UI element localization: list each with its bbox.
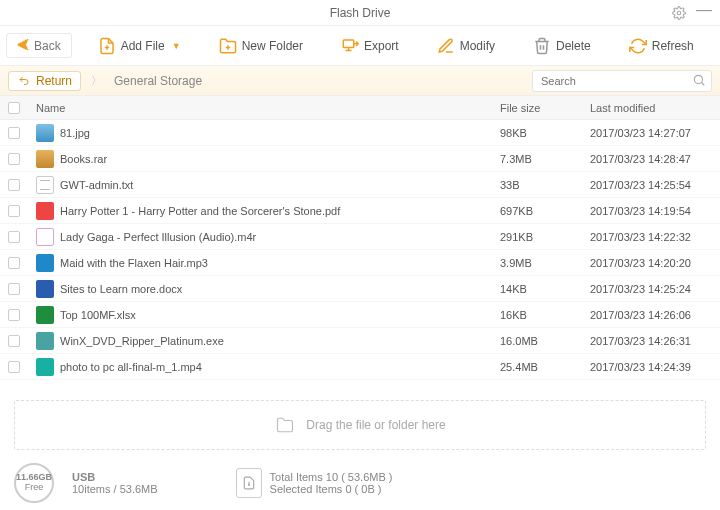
add-file-label: Add File xyxy=(121,39,165,53)
file-name: Lady Gaga - Perfect Illusion (Audio).m4r xyxy=(60,231,256,243)
file-name-cell[interactable]: Lady Gaga - Perfect Illusion (Audio).m4r xyxy=(28,228,500,246)
modify-label: Modify xyxy=(460,39,495,53)
checkbox-icon[interactable] xyxy=(8,283,20,295)
file-name: Maid with the Flaxen Hair.mp3 xyxy=(60,257,208,269)
file-name-cell[interactable]: photo to pc all-final-m_1.mp4 xyxy=(28,358,500,376)
search-icon[interactable] xyxy=(692,73,706,87)
add-file-icon xyxy=(98,37,116,55)
file-size: 25.4MB xyxy=(500,361,590,373)
file-name-cell[interactable]: 81.jpg xyxy=(28,124,500,142)
row-checkbox[interactable] xyxy=(0,361,28,373)
select-all-col[interactable] xyxy=(0,102,28,114)
file-type-icon xyxy=(36,150,54,168)
svg-rect-1 xyxy=(343,40,354,48)
refresh-button[interactable]: Refresh xyxy=(621,33,702,59)
file-type-icon xyxy=(36,254,54,272)
back-button[interactable]: ⮜ Back xyxy=(6,33,72,58)
return-button[interactable]: Return xyxy=(8,71,81,91)
table-row[interactable]: WinX_DVD_Ripper_Platinum.exe16.0MB2017/0… xyxy=(0,328,720,354)
table-row[interactable]: 81.jpg98KB2017/03/23 14:27:07 xyxy=(0,120,720,146)
file-name-cell[interactable]: Top 100MF.xlsx xyxy=(28,306,500,324)
row-checkbox[interactable] xyxy=(0,179,28,191)
file-type-icon xyxy=(36,306,54,324)
items-info: Total Items 10 ( 53.6MB ) Selected Items… xyxy=(236,468,393,498)
table-row[interactable]: photo to pc all-final-m_1.mp425.4MB2017/… xyxy=(0,354,720,380)
file-type-icon xyxy=(36,202,54,220)
file-name: Sites to Learn more.docx xyxy=(60,283,182,295)
search-box xyxy=(532,70,712,92)
modify-icon xyxy=(437,37,455,55)
col-name-header[interactable]: Name xyxy=(28,102,500,114)
drop-zone[interactable]: Drag the file or folder here xyxy=(14,400,706,450)
file-name-cell[interactable]: Sites to Learn more.docx xyxy=(28,280,500,298)
checkbox-icon[interactable] xyxy=(8,205,20,217)
file-name-cell[interactable]: Maid with the Flaxen Hair.mp3 xyxy=(28,254,500,272)
row-checkbox[interactable] xyxy=(0,335,28,347)
checkbox-icon[interactable] xyxy=(8,361,20,373)
checkbox-icon[interactable] xyxy=(8,179,20,191)
table-row[interactable]: Maid with the Flaxen Hair.mp33.9MB2017/0… xyxy=(0,250,720,276)
file-name-cell[interactable]: Harry Potter 1 - Harry Potter and the So… xyxy=(28,202,500,220)
checkbox-icon[interactable] xyxy=(8,153,20,165)
checkbox-icon[interactable] xyxy=(8,102,20,114)
file-name-cell[interactable]: Books.rar xyxy=(28,150,500,168)
export-button[interactable]: Export xyxy=(333,33,407,59)
new-folder-button[interactable]: New Folder xyxy=(211,33,311,59)
refresh-icon xyxy=(629,37,647,55)
settings-icon[interactable] xyxy=(672,6,686,20)
window-title: Flash Drive xyxy=(330,6,391,20)
file-list: 81.jpg98KB2017/03/23 14:27:07Books.rar7.… xyxy=(0,120,720,392)
checkbox-icon[interactable] xyxy=(8,257,20,269)
file-modified: 2017/03/23 14:25:54 xyxy=(590,179,720,191)
file-size: 3.9MB xyxy=(500,257,590,269)
file-type-icon xyxy=(36,124,54,142)
table-row[interactable]: Sites to Learn more.docx14KB2017/03/23 1… xyxy=(0,276,720,302)
row-checkbox[interactable] xyxy=(0,283,28,295)
search-input[interactable] xyxy=(532,70,712,92)
delete-icon xyxy=(533,37,551,55)
row-checkbox[interactable] xyxy=(0,231,28,243)
svg-point-0 xyxy=(677,11,681,15)
table-row[interactable]: GWT-admin.txt33B2017/03/23 14:25:54 xyxy=(0,172,720,198)
modify-button[interactable]: Modify xyxy=(429,33,503,59)
file-name-cell[interactable]: GWT-admin.txt xyxy=(28,176,500,194)
checkbox-icon[interactable] xyxy=(8,127,20,139)
row-checkbox[interactable] xyxy=(0,153,28,165)
back-arrow-icon: ⮜ xyxy=(17,38,30,53)
table-row[interactable]: Books.rar7.3MB2017/03/23 14:28:47 xyxy=(0,146,720,172)
col-size-header[interactable]: File size xyxy=(500,102,590,114)
file-modified: 2017/03/23 14:24:39 xyxy=(590,361,720,373)
file-size: 16KB xyxy=(500,309,590,321)
window-controls: — xyxy=(672,0,712,25)
new-folder-label: New Folder xyxy=(242,39,303,53)
row-checkbox[interactable] xyxy=(0,309,28,321)
col-modified-header[interactable]: Last modified xyxy=(590,102,720,114)
refresh-label: Refresh xyxy=(652,39,694,53)
file-type-icon xyxy=(36,332,54,350)
add-file-button[interactable]: Add File ▼ xyxy=(90,33,189,59)
drive-summary: 10items / 53.6MB xyxy=(72,483,158,495)
file-size: 33B xyxy=(500,179,590,191)
table-row[interactable]: Harry Potter 1 - Harry Potter and the So… xyxy=(0,198,720,224)
export-label: Export xyxy=(364,39,399,53)
checkbox-icon[interactable] xyxy=(8,309,20,321)
file-type-icon xyxy=(36,228,54,246)
delete-button[interactable]: Delete xyxy=(525,33,599,59)
file-type-icon xyxy=(36,358,54,376)
table-row[interactable]: Top 100MF.xlsx16KB2017/03/23 14:26:06 xyxy=(0,302,720,328)
row-checkbox[interactable] xyxy=(0,127,28,139)
row-checkbox[interactable] xyxy=(0,257,28,269)
breadcrumb-path[interactable]: General Storage xyxy=(114,74,202,88)
table-row[interactable]: Lady Gaga - Perfect Illusion (Audio).m4r… xyxy=(0,224,720,250)
file-name: photo to pc all-final-m_1.mp4 xyxy=(60,361,202,373)
checkbox-icon[interactable] xyxy=(8,231,20,243)
file-size: 291KB xyxy=(500,231,590,243)
row-checkbox[interactable] xyxy=(0,205,28,217)
file-size: 14KB xyxy=(500,283,590,295)
svg-point-3 xyxy=(248,484,249,485)
export-icon xyxy=(341,37,359,55)
file-name-cell[interactable]: WinX_DVD_Ripper_Platinum.exe xyxy=(28,332,500,350)
file-name: Top 100MF.xlsx xyxy=(60,309,136,321)
checkbox-icon[interactable] xyxy=(8,335,20,347)
minimize-icon[interactable]: — xyxy=(696,1,712,19)
